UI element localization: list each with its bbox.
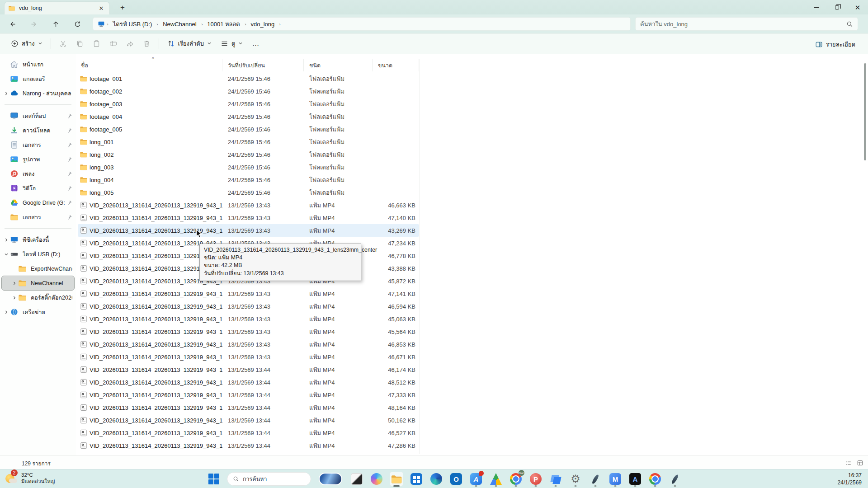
sidebar-item-ไดรฟ์-usb-(d:)[interactable]: ไดรฟ์ USB (D:) (2, 247, 74, 261)
new-tab-button[interactable]: + (117, 2, 128, 13)
share-button[interactable] (122, 37, 138, 51)
copilot-icon[interactable] (370, 472, 383, 486)
breadcrumb-item[interactable]: vdo_long (248, 20, 277, 28)
sidebar-item-วิดีโอ[interactable]: วิดีโอ (2, 181, 74, 195)
back-button[interactable] (5, 17, 20, 31)
breadcrumb-item[interactable]: ไดรฟ์ USB (D:) (110, 19, 155, 30)
file-row[interactable]: VID_20260113_131614_20260113_132919_943_… (78, 300, 419, 313)
folder-row[interactable]: long_005 24/1/2569 15:46 โฟลเดอร์แฟ้ม (78, 186, 419, 199)
m-app-icon[interactable]: M (609, 472, 622, 486)
file-row[interactable]: VID_20260113_131614_20260113_132919_943_… (78, 414, 419, 427)
chevron-icon[interactable] (3, 238, 10, 242)
restore-button[interactable] (826, 0, 847, 14)
blue-layers-app-icon[interactable] (549, 472, 562, 486)
settings-gear-icon[interactable]: ⚙ (569, 472, 582, 486)
paste-button[interactable] (88, 37, 105, 51)
file-row[interactable]: VID_20260113_131614_20260113_132919_943_… (78, 401, 419, 414)
minimize-button[interactable] (806, 0, 826, 14)
details-pane-button[interactable]: รายละเอียด (811, 37, 860, 52)
breadcrumb-chevron-icon[interactable]: › (105, 22, 110, 27)
sidebar-item-newchannel[interactable]: NewChannel (2, 276, 74, 290)
file-explorer-icon[interactable] (390, 472, 403, 486)
column-header-size[interactable]: ขนาด (373, 59, 419, 71)
file-row[interactable]: VID_20260113_131614_20260113_132919_943_… (78, 287, 419, 300)
file-row[interactable]: VID_20260113_131614_20260113_132919_943_… (78, 376, 419, 389)
sidebar-item-narong---ส่วนบุคคล[interactable]: Narong - ส่วนบุคคล (2, 86, 74, 100)
delete-button[interactable] (138, 37, 155, 51)
close-button[interactable]: ✕ (847, 0, 868, 14)
sidebar-item-หน้าแรก[interactable]: หน้าแรก (2, 57, 74, 71)
file-row[interactable]: VID_20260113_131614_20260113_132919_943_… (78, 313, 419, 325)
more-options-button[interactable]: … (247, 37, 264, 51)
chevron-icon[interactable] (3, 91, 10, 96)
pinned-blue-app-icon[interactable]: A (469, 472, 483, 486)
sidebar-item-เอกสาร[interactable]: เอกสาร (2, 210, 74, 224)
notepad-icon[interactable] (350, 472, 363, 486)
refresh-button[interactable] (70, 17, 85, 31)
folder-row[interactable]: long_002 24/1/2569 15:46 โฟลเดอร์แฟ้ม (78, 148, 419, 161)
breadcrumb-item[interactable]: 10001 หลอด (204, 19, 243, 30)
red-p-app-icon[interactable]: P (529, 472, 542, 486)
folder-row[interactable]: footage_004 24/1/2569 15:46 โฟลเดอร์แฟ้ม (78, 110, 419, 123)
chevron-icon[interactable] (11, 281, 18, 286)
rename-button[interactable] (105, 37, 122, 51)
folder-row[interactable]: footage_003 24/1/2569 15:46 โฟลเดอร์แฟ้ม (78, 98, 419, 110)
quill-app-icon[interactable] (589, 472, 602, 486)
file-row[interactable]: VID_20260113_131614_20260113_132919_943_… (78, 351, 419, 363)
file-row[interactable]: VID_20260113_131614_20260113_132919_943_… (78, 325, 419, 338)
tab-close-icon[interactable]: ✕ (97, 4, 106, 13)
this-pc-icon[interactable] (98, 20, 105, 28)
start-button[interactable] (207, 472, 221, 486)
weather-widget[interactable]: 2 32°C มีแดดส่วนใหญ่ (5, 471, 55, 485)
folder-row[interactable]: long_003 24/1/2569 15:46 โฟลเดอร์แฟ้ม (78, 161, 419, 174)
sidebar-item-เพลง[interactable]: เพลง (2, 167, 74, 181)
chevron-icon[interactable] (11, 296, 18, 300)
sidebar-item-เอกสาร[interactable]: เอกสาร (2, 138, 74, 152)
sidebar-item-ดาวน์โหลด[interactable]: ดาวน์โหลด (2, 123, 74, 137)
taskbar-search-input[interactable] (243, 476, 297, 482)
sidebar-item-google-drive-(g:[interactable]: Google Drive (G: (2, 196, 74, 210)
file-row[interactable]: VID_20260113_131614_20260113_132919_943_… (78, 199, 419, 211)
sort-button[interactable]: เรียงลำดับ (163, 36, 216, 52)
folder-row[interactable]: footage_001 24/1/2569 15:46 โฟลเดอร์แฟ้ม (78, 72, 419, 85)
widgets-icon[interactable] (317, 472, 344, 486)
chrome-profile-icon[interactable]: SJ (509, 472, 523, 486)
folder-row[interactable]: footage_005 24/1/2569 15:46 โฟลเดอร์แฟ้ม (78, 123, 419, 136)
column-header-type[interactable]: ชนิด (304, 59, 373, 71)
column-header-name[interactable]: ชื่อ ^ (78, 59, 222, 71)
file-row[interactable]: VID_20260113_131614_20260113_132919_943_… (78, 389, 419, 401)
edge-icon[interactable] (429, 472, 443, 486)
sidebar-item-พีซีเครื่องนี้[interactable]: พีซีเครื่องนี้ (2, 233, 74, 247)
file-row[interactable]: VID_20260113_131614_20260113_132919_943_… (78, 338, 419, 351)
file-row[interactable]: VID_20260113_131614_20260113_132919_943_… (78, 363, 419, 376)
breadcrumb-chevron-icon[interactable]: › (243, 22, 248, 27)
file-row[interactable]: VID_20260113_131614_20260113_132919_943_… (78, 427, 419, 439)
google-drive-icon[interactable] (489, 472, 503, 486)
chrome-2-icon[interactable] (648, 472, 662, 486)
outlook-icon[interactable]: O (449, 472, 463, 486)
folder-row[interactable]: footage_002 24/1/2569 15:46 โฟลเดอร์แฟ้ม (78, 85, 419, 98)
sidebar-item-exportnewchanel[interactable]: ExportNewChanel (2, 262, 74, 276)
scrollbar-thumb[interactable] (864, 63, 866, 160)
new-button[interactable]: สร้าง (6, 36, 47, 52)
copy-button[interactable] (71, 37, 88, 51)
breadcrumb-chevron-icon[interactable]: › (278, 22, 283, 27)
column-header-date[interactable]: วันที่ปรับเปลี่ยน (222, 59, 304, 71)
explorer-tab[interactable]: vdo_long ✕ (5, 2, 109, 14)
chevron-icon[interactable] (3, 252, 10, 257)
microsoft-store-icon[interactable] (410, 472, 423, 486)
quill-app-2-icon[interactable] (668, 472, 682, 486)
search-input[interactable] (640, 21, 846, 28)
folder-row[interactable]: long_001 24/1/2569 15:46 โฟลเดอร์แฟ้ม (78, 136, 419, 148)
vertical-scrollbar[interactable] (863, 58, 867, 455)
file-row[interactable]: VID_20260113_131614_20260113_132919_943_… (78, 224, 419, 237)
file-row[interactable]: VID_20260113_131614_20260113_132919_943_… (78, 211, 419, 224)
up-button[interactable] (48, 17, 63, 31)
cut-button[interactable] (55, 37, 71, 51)
a-app-icon[interactable]: A (628, 472, 642, 486)
file-row[interactable]: VID_20260113_131614_20260113_132919_943_… (78, 439, 419, 452)
sidebar-item-แกลเลอรี[interactable]: แกลเลอรี (2, 72, 74, 86)
breadcrumb[interactable]: ›ไดรฟ์ USB (D:)›NewChannel›10001 หลอด›vd… (93, 17, 631, 31)
sidebar-item-คอร์สติ๊กต๊อก2026[interactable]: คอร์สติ๊กต๊อก2026 (2, 291, 74, 305)
list-view-toggle[interactable] (844, 458, 853, 467)
